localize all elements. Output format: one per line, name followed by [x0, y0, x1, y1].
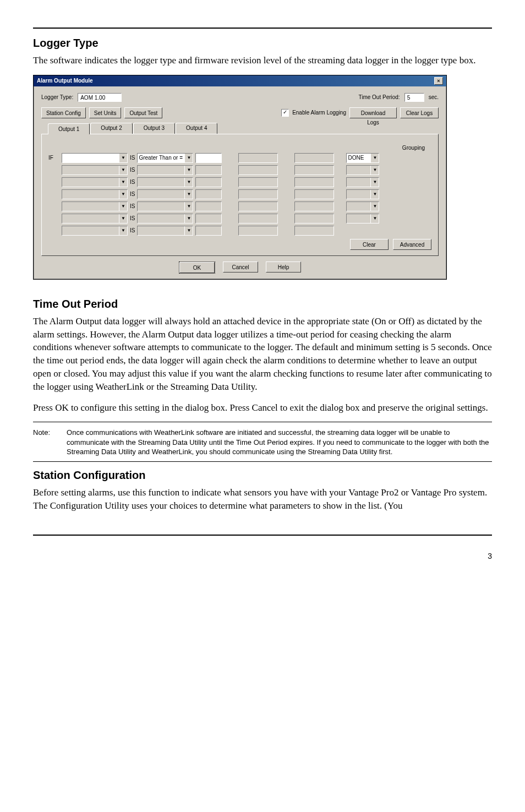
status-field [238, 177, 278, 187]
chevron-down-icon: ▼ [184, 154, 193, 162]
param-dropdown: ▼ [62, 165, 128, 175]
chevron-down-icon: ▼ [370, 178, 379, 187]
station-config-button[interactable]: Station Config [41, 107, 86, 118]
condition-row: ▼IS▼ [48, 226, 431, 236]
comparator-dropdown: ▼ [137, 214, 193, 224]
tab-output-2[interactable]: Output 2 [90, 123, 132, 134]
output-test-button[interactable]: Output Test [124, 107, 162, 118]
is-label: IS [130, 227, 135, 235]
status-field [294, 165, 334, 175]
param-dropdown: ▼ [62, 214, 128, 224]
chevron-down-icon: ▼ [119, 166, 127, 175]
para-timeout-2: Press OK to configure this setting in th… [33, 401, 492, 415]
chevron-down-icon: ▼ [370, 214, 379, 223]
comparator-dropdown: ▼ [137, 201, 193, 211]
grouping-label: Grouping [48, 144, 431, 152]
status-field [238, 189, 278, 199]
status-field [294, 153, 334, 163]
status-field [294, 189, 334, 199]
param-dropdown: ▼ [62, 201, 128, 211]
clear-logs-button[interactable]: Clear Logs [400, 107, 439, 118]
is-label: IS [130, 215, 135, 222]
enable-alarm-logging-checkbox[interactable]: ✓ [281, 109, 289, 117]
page-number: 3 [33, 551, 492, 562]
chevron-down-icon: ▼ [370, 166, 379, 175]
para-logger-type: The software indicates the logger type a… [33, 54, 492, 67]
logger-type-label: Logger Type: [41, 94, 73, 101]
chevron-down-icon: ▼ [119, 214, 127, 223]
condition-row: ▼IS▼▼ [48, 214, 431, 224]
condition-row: ▼IS▼▼ [48, 189, 431, 199]
param-dropdown: ▼ [62, 177, 128, 187]
chevron-down-icon: ▼ [184, 166, 193, 175]
output-tabs: Output 1 Output 2 Output 3 Output 4 [48, 123, 439, 134]
note-label: Note: [33, 428, 50, 457]
status-field [238, 165, 278, 175]
threshold-input[interactable] [195, 153, 222, 163]
note-text: Once communications with WeatherLink sof… [67, 428, 492, 457]
advanced-button[interactable]: Advanced [393, 239, 431, 250]
tab-output-3[interactable]: Output 3 [133, 123, 175, 134]
comparator-dropdown: ▼ [137, 177, 193, 187]
status-field [294, 177, 334, 187]
grouping-dropdown[interactable]: DONE▼ [346, 153, 379, 163]
threshold-input [195, 177, 222, 187]
chevron-down-icon: ▼ [119, 202, 127, 211]
close-icon[interactable]: × [434, 77, 443, 85]
tab-output-4[interactable]: Output 4 [176, 123, 217, 134]
dialog-title: Alarm Output Module [37, 77, 93, 85]
condition-row: ▼IS▼▼ [48, 165, 431, 175]
ok-button-focus: OK [179, 261, 215, 274]
is-label: IS [130, 203, 135, 210]
help-button[interactable]: Help [266, 261, 301, 273]
chevron-down-icon: ▼ [370, 154, 379, 162]
cancel-button[interactable]: Cancel [223, 261, 258, 273]
status-field [238, 153, 278, 163]
param-dropdown: ▼ [62, 226, 128, 236]
condition-row: IF ▼ IS Greater Than or =▼ DONE▼ [48, 153, 431, 163]
chevron-down-icon: ▼ [184, 202, 193, 211]
is-label: IS [130, 154, 135, 162]
param-dropdown[interactable]: ▼ [62, 153, 128, 163]
chevron-down-icon: ▼ [119, 226, 127, 235]
chevron-down-icon: ▼ [184, 190, 193, 199]
chevron-down-icon: ▼ [184, 178, 193, 187]
timeout-field[interactable]: 5 [404, 93, 424, 102]
chevron-down-icon: ▼ [119, 154, 127, 162]
if-label: IF [48, 154, 59, 162]
grouping-dropdown: ▼ [346, 177, 379, 187]
enable-alarm-logging-label: Enable Alarm Logging [292, 109, 346, 117]
tab-output-1[interactable]: Output 1 [48, 123, 90, 134]
tab-pane-output-1: Grouping IF ▼ IS Greater Than or =▼ DONE… [41, 134, 439, 256]
threshold-input [195, 214, 222, 224]
chevron-down-icon: ▼ [370, 190, 379, 199]
comparator-dropdown[interactable]: Greater Than or =▼ [137, 153, 193, 163]
is-label: IS [130, 166, 135, 174]
ok-button[interactable]: OK [179, 262, 215, 273]
dialog-titlebar[interactable]: Alarm Output Module × [34, 75, 446, 86]
status-field [294, 201, 334, 211]
comparator-dropdown: ▼ [137, 226, 193, 236]
comparator-dropdown: ▼ [137, 189, 193, 199]
status-field [294, 214, 334, 224]
threshold-input [195, 189, 222, 199]
clear-button[interactable]: Clear [350, 239, 389, 250]
grouping-dropdown: ▼ [346, 165, 379, 175]
note-block: Note: Once communications with WeatherLi… [33, 428, 492, 457]
set-units-button[interactable]: Set Units [89, 107, 122, 118]
chevron-down-icon: ▼ [184, 214, 193, 223]
download-logs-button[interactable]: Download Logs [349, 107, 397, 118]
chevron-down-icon: ▼ [184, 226, 193, 235]
heading-station-config: Station Configuration [33, 467, 492, 483]
threshold-input [195, 201, 222, 211]
condition-row: ▼IS▼▼ [48, 201, 431, 211]
chevron-down-icon: ▼ [119, 178, 127, 187]
is-label: IS [130, 178, 135, 186]
dialog-alarm-output-module: Alarm Output Module × Logger Type: AOM 1… [33, 75, 447, 280]
timeout-unit: sec. [429, 94, 439, 101]
timeout-label: Time Out Period: [358, 94, 400, 101]
status-field [238, 214, 278, 224]
heading-logger-type: Logger Type [33, 35, 492, 51]
is-label: IS [130, 190, 135, 198]
grouping-dropdown: ▼ [346, 201, 379, 211]
